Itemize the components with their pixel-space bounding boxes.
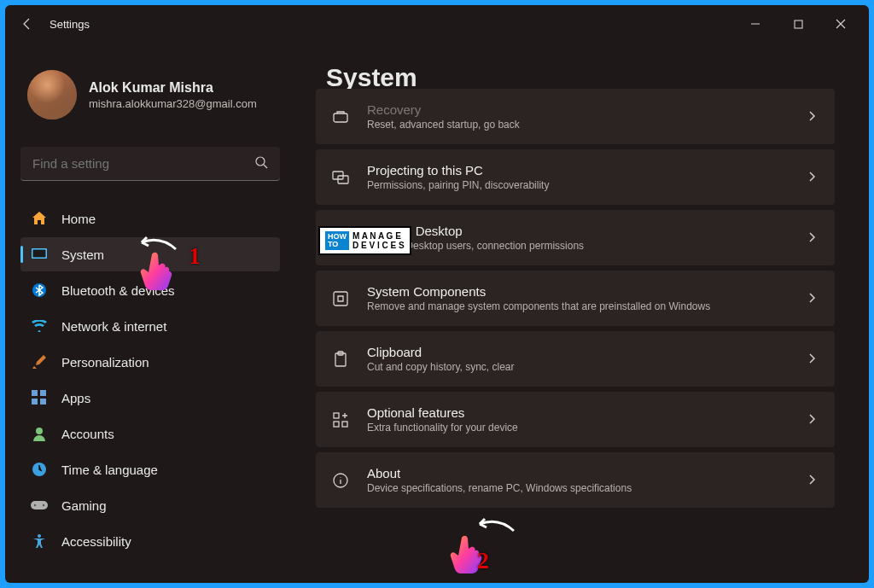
svg-rect-6	[40, 390, 46, 396]
card-subtitle: Device specifications, rename PC, Window…	[367, 482, 789, 494]
about-icon	[331, 471, 350, 490]
card-title: Clipboard	[367, 345, 789, 359]
card-subtitle: Extra functionality for your device	[367, 422, 789, 434]
accessibility-icon	[31, 533, 48, 550]
maximize-button[interactable]	[778, 10, 818, 38]
card-optional[interactable]: Optional features Extra functionality fo…	[316, 392, 835, 447]
card-title: Recovery	[367, 102, 789, 117]
sidebar-item-label: Accounts	[61, 427, 114, 441]
chevron-right-icon	[806, 231, 819, 245]
annotation-arrow-2	[473, 515, 516, 536]
sidebar-item-home[interactable]: Home	[20, 201, 280, 236]
clipboard-icon	[331, 350, 350, 369]
card-title: About	[367, 466, 789, 480]
bluetooth-icon	[31, 282, 48, 299]
sidebar-item-personalization[interactable]: Personalization	[20, 345, 280, 379]
sidebar-item-label: System	[61, 247, 104, 262]
avatar	[27, 70, 77, 119]
app-title: Settings	[50, 18, 90, 31]
main-panel: System Recovery Reset, advanced startup,…	[295, 43, 869, 583]
card-subtitle: Remove and manage system components that…	[367, 300, 789, 312]
svg-rect-5	[32, 390, 38, 396]
sidebar-item-accounts[interactable]: Accounts	[20, 416, 280, 451]
svg-rect-18	[334, 292, 347, 306]
sidebar-item-gaming[interactable]: Gaming	[20, 488, 280, 522]
svg-rect-22	[334, 422, 339, 427]
card-projecting[interactable]: Projecting to this PC Permissions, pairi…	[316, 149, 835, 205]
wifi-icon	[31, 317, 48, 335]
home-icon	[31, 210, 48, 227]
card-components[interactable]: System Components Remove and manage syst…	[316, 271, 835, 326]
brush-icon	[31, 353, 48, 370]
chevron-right-icon	[806, 474, 819, 487]
svg-rect-0	[795, 20, 802, 28]
apps-icon	[31, 389, 48, 406]
clock-icon	[31, 461, 48, 478]
svg-point-12	[34, 504, 36, 506]
sidebar-item-label: Network & internet	[61, 319, 166, 334]
recovery-icon	[331, 108, 350, 126]
profile-section[interactable]: Alok Kumar Mishra mishra.alokkumar328@gm…	[20, 58, 280, 131]
user-email: mishra.alokkumar328@gmail.com	[89, 97, 257, 110]
minimize-button[interactable]	[736, 10, 775, 38]
settings-cards: Recovery Reset, advanced startup, go bac…	[316, 109, 835, 508]
svg-rect-3	[33, 250, 46, 258]
svg-point-13	[43, 504, 44, 506]
user-name: Alok Kumar Mishra	[89, 80, 257, 96]
annotation-number-1: 1	[189, 242, 201, 270]
svg-rect-15	[334, 114, 347, 122]
svg-point-9	[36, 428, 43, 434]
gamepad-icon	[31, 497, 48, 514]
svg-rect-23	[342, 422, 347, 427]
svg-rect-21	[334, 413, 339, 418]
card-about[interactable]: About Device specifications, rename PC, …	[316, 452, 835, 508]
chevron-right-icon	[806, 171, 819, 184]
search-box[interactable]	[20, 147, 280, 181]
card-subtitle: Remote Desktop users, connection permiss…	[367, 240, 789, 252]
watermark-logo: HOWTO M A N A G ED E V I C E S	[318, 226, 411, 255]
components-icon	[331, 289, 350, 308]
sidebar-item-accessibility[interactable]: Accessibility	[20, 524, 280, 558]
titlebar: Settings	[5, 5, 869, 43]
annotation-pointer-1	[138, 251, 176, 292]
card-title: Projecting to this PC	[367, 163, 789, 178]
chevron-right-icon	[806, 352, 819, 366]
search-icon	[254, 155, 268, 172]
card-recovery[interactable]: Recovery Reset, advanced startup, go bac…	[316, 89, 835, 144]
chevron-right-icon	[806, 413, 819, 427]
back-button[interactable]	[14, 10, 41, 38]
card-title: Optional features	[367, 405, 789, 420]
person-icon	[31, 425, 48, 442]
card-subtitle: Permissions, pairing PIN, discoverabilit…	[367, 179, 789, 191]
sidebar-item-label: Apps	[61, 391, 90, 405]
card-subtitle: Reset, advanced startup, go back	[367, 119, 789, 131]
sidebar: Alok Kumar Mishra mishra.alokkumar328@gm…	[5, 43, 295, 583]
annotation-number-2: 2	[477, 547, 489, 574]
sidebar-item-time[interactable]: Time & language	[20, 452, 280, 486]
svg-rect-8	[40, 399, 46, 405]
sidebar-item-label: Accessibility	[61, 534, 131, 549]
card-clipboard[interactable]: Clipboard Cut and copy history, sync, cl…	[316, 331, 835, 387]
card-title: Remote Desktop	[367, 224, 789, 238]
card-subtitle: Cut and copy history, sync, clear	[367, 361, 789, 373]
svg-point-1	[256, 157, 265, 166]
system-icon	[31, 246, 48, 263]
sidebar-item-label: Time & language	[61, 463, 158, 477]
optional-icon	[331, 410, 350, 429]
sidebar-item-label: Gaming	[61, 498, 107, 513]
search-input[interactable]	[32, 156, 254, 171]
svg-point-14	[38, 534, 41, 538]
sidebar-item-label: Home	[61, 212, 96, 226]
chevron-right-icon	[806, 110, 819, 124]
svg-rect-11	[31, 501, 48, 509]
sidebar-item-label: Personalization	[61, 355, 149, 370]
chevron-right-icon	[806, 292, 819, 306]
sidebar-item-network[interactable]: Network & internet	[20, 309, 280, 343]
svg-rect-7	[32, 399, 38, 405]
page-title: System	[326, 63, 835, 92]
sidebar-item-apps[interactable]: Apps	[20, 381, 280, 415]
close-button[interactable]	[821, 10, 860, 38]
card-title: System Components	[367, 284, 789, 299]
project-icon	[331, 168, 350, 187]
